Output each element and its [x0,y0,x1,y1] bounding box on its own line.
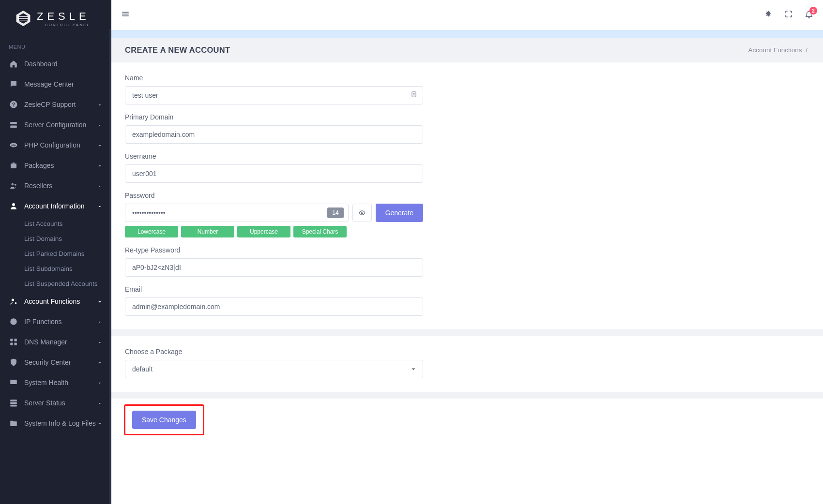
svg-point-13 [15,184,16,186]
svg-point-1 [14,83,15,84]
chevron-down-icon [97,142,103,148]
sidebar-item-account-functions[interactable]: Account Functions [0,291,111,311]
password-tag-lowercase: Lowercase [125,226,178,237]
repassword-input[interactable] [125,258,423,277]
nav-label: ZesleCP Support [24,101,97,108]
sidebar-item-dns-manager[interactable]: DNS Manager [0,332,111,352]
password-label: Password [125,192,423,199]
chevron-down-icon [97,380,103,385]
sidebar-item-dashboard[interactable]: Dashboard [0,54,111,74]
nav-label: Server Status [24,399,97,407]
password-tag-uppercase: Uppercase [237,226,290,237]
sidebar-item-php-configuration[interactable]: phpPHP Configuration [0,135,111,155]
nav-label: Resellers [24,182,97,190]
nav-label: System Info & Log Files [24,419,97,427]
svg-point-2 [15,83,16,84]
sidebar-item-resellers[interactable]: Resellers [0,176,111,196]
password-strength-tags: LowercaseNumberUppercaseSpecial Chars [125,226,423,237]
sidebar-item-message-center[interactable]: Message Center [0,74,111,94]
sidebar-item-account-information[interactable]: Account Information [0,196,111,216]
chevron-down-icon [97,359,103,365]
nav-label: Account Functions [24,297,97,305]
sidebar-item-system-info-log-files[interactable]: System Info & Log Files [0,413,111,433]
save-area: Save Changes [111,392,823,441]
svg-text:php: php [11,144,16,147]
chevron-down-icon [97,102,103,107]
server2-icon [9,398,18,408]
monitor-icon [9,378,18,387]
sidebar-subitem-list-subdomains[interactable]: List Subdomains [0,261,111,276]
sidebar-item-ip-functions[interactable]: IP Functions [0,311,111,332]
nav-label: PHP Configuration [24,141,97,149]
contact-icon [411,91,417,100]
menu-section-label: MENU [0,37,111,54]
usercog-icon [9,296,18,306]
brand-logo[interactable]: ZESLE CONTROL PANEL [0,0,111,37]
hamburger-button[interactable] [121,10,130,20]
package-icon [9,161,18,170]
sidebar-item-server-status[interactable]: Server Status [0,393,111,413]
password-tag-special-chars: Special Chars [293,226,347,237]
svg-rect-23 [10,400,17,401]
password-length-badge: 14 [327,208,343,218]
svg-rect-19 [15,339,17,341]
svg-point-7 [12,123,13,124]
nav-label: DNS Manager [24,338,97,346]
nav-label: Server Configuration [24,121,97,129]
svg-rect-18 [10,339,13,341]
package-select[interactable]: default [125,360,423,378]
main-nav: DashboardMessage Center?ZesleCP SupportS… [0,54,111,433]
sidebar: ZESLE CONTROL PANEL MENU DashboardMessag… [0,0,111,504]
chevron-down-icon [97,163,103,168]
svg-point-12 [12,183,14,186]
sidebar-subitem-list-parked-domains[interactable]: List Parked Domains [0,246,111,261]
svg-rect-22 [10,380,17,384]
email-input[interactable] [125,297,423,316]
svg-rect-11 [11,163,16,168]
svg-point-27 [413,93,414,94]
package-card: Choose a Package default [111,329,823,392]
eye-icon [359,209,366,216]
svg-point-8 [12,126,13,127]
generate-password-button[interactable]: Generate [376,204,423,222]
svg-point-16 [15,302,17,304]
svg-rect-21 [15,343,17,345]
php-icon: php [9,140,18,150]
leaf-icon[interactable] [764,10,773,20]
nav-label: Account Information [24,202,97,210]
chevron-down-icon [97,183,103,189]
svg-point-15 [12,298,14,301]
home-icon [9,59,18,69]
shield-icon [9,357,18,367]
sidebar-item-packages[interactable]: Packages [0,155,111,176]
dns-icon [9,337,18,347]
save-button[interactable]: Save Changes [132,411,196,429]
svg-rect-20 [10,343,13,345]
sidebar-item-server-configuration[interactable]: Server Configuration [0,115,111,135]
info-banner [111,30,823,38]
toggle-password-button[interactable] [352,204,372,222]
page-header: CREATE A NEW ACCOUNT Account Functions / [111,38,823,62]
sidebar-subitem-list-accounts[interactable]: List Accounts [0,216,111,231]
password-input[interactable] [125,204,349,222]
server-icon [9,120,18,130]
sidebar-item-zeslecp-support[interactable]: ?ZesleCP Support [0,94,111,115]
page-title: CREATE A NEW ACCOUNT [125,45,230,55]
sidebar-subitem-list-domains[interactable]: List Domains [0,231,111,246]
domain-input[interactable] [125,125,423,144]
username-input[interactable] [125,164,423,183]
nav-label: Security Center [24,358,97,366]
sidebar-item-system-health[interactable]: System Health [0,372,111,393]
topbar: 2 [111,0,823,30]
globe-icon [9,317,18,326]
breadcrumb-link[interactable]: Account Functions [748,46,802,54]
email-label: Email [125,285,423,293]
sidebar-item-security-center[interactable]: Security Center [0,352,111,372]
breadcrumb: Account Functions / [748,46,809,54]
sidebar-subitem-list-suspended-accounts[interactable]: List Suspended Accounts [0,276,111,291]
name-input[interactable] [125,86,423,104]
notifications-button[interactable]: 2 [805,10,813,20]
chevron-down-icon [97,298,103,304]
fullscreen-button[interactable] [784,10,793,20]
nav-label: IP Functions [24,318,97,326]
